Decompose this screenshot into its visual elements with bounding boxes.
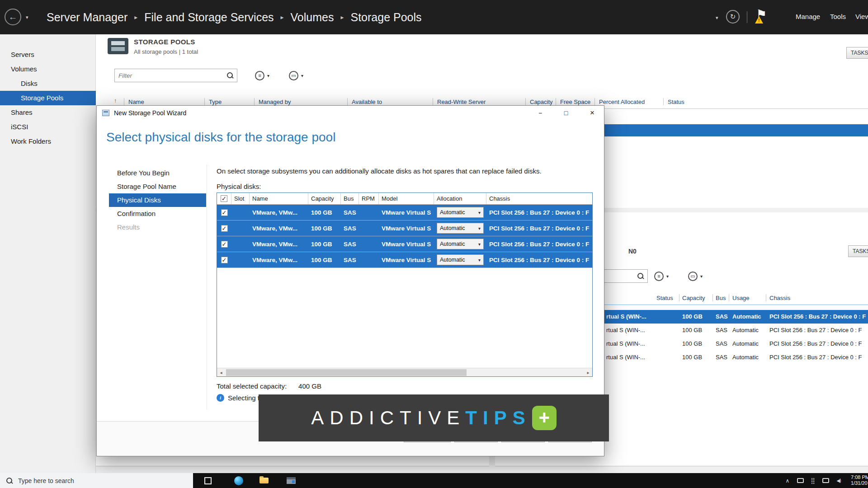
disk-capacity: 100 GB [682,324,702,337]
tray-device-icon[interactable] [795,473,806,488]
allocation-dropdown[interactable]: Automatic▾ [437,254,484,265]
sidebar-item-storage-pools[interactable]: Storage Pools [0,91,96,105]
disk-bus: SAS [716,310,728,324]
disk-bus: SAS [716,351,727,364]
disk-row[interactable]: VMware, VMw... 100 GB SAS VMware Virtual… [217,221,592,236]
col-capacity[interactable]: Capacity [308,193,341,204]
column-header-chassis[interactable]: Chassis [769,293,790,304]
disk-checkbox[interactable] [221,225,228,232]
breadcrumb-storage-pools[interactable]: Storage Pools [351,11,422,24]
save-query-dropdown[interactable]: ▭ ▾ [688,269,703,283]
list-menu-icon: ≡ [654,272,664,281]
sidebar-item-servers[interactable]: Servers [0,47,96,62]
edge-browser-button[interactable] [230,473,248,488]
chevron-up-icon: ∧ [786,478,790,484]
column-header-bus[interactable]: Bus [716,293,726,304]
tray-display-icon[interactable] [820,473,831,488]
taskbar-clock[interactable]: 7:08 PM 1/31/20 [851,474,868,486]
caret-down-icon: ▾ [478,242,481,247]
wizard-window-icon [102,110,109,116]
breadcrumb-volumes[interactable]: Volumes [291,11,334,24]
disk-bus: SAS [341,241,359,248]
menu-tools[interactable]: Tools [830,13,846,20]
disk-capacity: 100 GB [682,351,702,364]
disk-model: VMware Virtual S [379,209,434,216]
disk-row[interactable]: VMware, VMw... 100 GB SAS VMware Virtual… [217,252,592,268]
disk-usage: Automatic [732,337,759,351]
sidebar-item-disks[interactable]: Disks [0,76,96,91]
server-manager-button[interactable] [282,473,300,488]
tray-show-hidden-icons[interactable]: ∧ [782,473,793,488]
save-query-dropdown[interactable]: ▭ ▾ [289,69,303,82]
storage-pools-tasks-button[interactable]: TASKS ▾ [846,47,868,59]
menu-manage[interactable]: Manage [796,13,820,20]
sidebar-item-iscsi[interactable]: iSCSI [0,120,96,134]
wizard-nav-results: Results [109,221,206,234]
allocation-value: Automatic [440,257,465,263]
column-header-capacity[interactable]: Capacity [682,293,705,304]
col-chassis[interactable]: Chassis [486,193,592,204]
breadcrumb: Server Manager ▸ File and Storage Servic… [47,0,422,34]
disk-checkbox[interactable] [221,209,228,216]
refresh-icon[interactable]: ↻ [726,10,740,23]
column-header-usage[interactable]: Usage [732,293,750,304]
notifications-caret-icon[interactable]: ▾ [716,15,718,21]
disk-checkbox[interactable] [221,241,228,248]
clock-time: 7:08 PM [851,474,868,480]
sidebar: Servers Volumes Disks Storage Pools Shar… [0,34,96,473]
filter-criteria-dropdown[interactable]: ≡ ▾ [255,69,269,82]
column-header-status[interactable]: Status [668,97,684,108]
disk-chassis: PCI Slot 256 : Bus 27 : Device 0 : F [769,351,868,364]
disk-chassis: PCI Slot 256 : Bus 27 : Device 0 : F [769,337,868,351]
disk-row[interactable]: VMware, VMw... 100 GB SAS VMware Virtual… [217,236,592,252]
wizard-window-title: New Storage Pool Wizard [114,106,186,120]
column-header-percent-allocated[interactable]: Percent Allocated [599,97,645,108]
scrollbar-thumb[interactable] [226,369,467,376]
col-allocation[interactable]: Allocation [434,193,486,204]
col-model[interactable]: Model [379,193,434,204]
wizard-nav-before-you-begin[interactable]: Before You Begin [109,166,206,180]
sidebar-item-work-folders[interactable]: Work Folders [0,134,96,149]
filter-criteria-dropdown[interactable]: ≡ ▾ [654,269,669,283]
tray-grid-icon[interactable]: ⣿ [807,473,818,488]
wizard-nav-confirmation[interactable]: Confirmation [109,207,206,221]
sort-ascending-icon[interactable]: ↑ [114,98,117,104]
allocation-dropdown[interactable]: Automatic▾ [437,207,484,218]
col-bus[interactable]: Bus [341,193,359,204]
horizontal-scrollbar[interactable]: ◂ ▸ [217,368,592,376]
wizard-nav-physical-disks[interactable]: Physical Disks [109,193,206,207]
col-rpm[interactable]: RPM [359,193,379,204]
breadcrumb-file-storage-services[interactable]: File and Storage Services [144,11,274,24]
disk-checkbox[interactable] [221,257,228,263]
menu-view[interactable]: View [855,13,868,20]
minimize-button[interactable]: − [530,106,551,120]
scroll-left-icon[interactable]: ◂ [217,370,225,375]
filter-input[interactable] [114,69,237,82]
column-header-status[interactable]: Status [656,293,673,304]
disk-row[interactable]: VMware, VMw... 100 GB SAS VMware Virtual… [217,205,592,221]
disk-name: rtual S (WIN-... [606,310,646,324]
scroll-right-icon[interactable]: ▸ [584,370,592,375]
task-view-button[interactable] [199,473,217,488]
notification-flag-icon[interactable]: ⚑ ! [756,7,771,25]
tray-volume-icon[interactable]: ◀) [833,473,844,488]
back-arrow-icon[interactable]: ← [5,9,21,25]
physical-disks-tasks-button[interactable]: TASKS ▾ [848,245,868,257]
file-explorer-button[interactable] [255,473,273,488]
back-history-caret-icon[interactable]: ▾ [26,14,28,20]
taskbar-search[interactable]: Type here to search [0,473,193,488]
wizard-nav-storage-pool-name[interactable]: Storage Pool Name [109,180,206,193]
sidebar-item-volumes[interactable]: Volumes [0,62,96,76]
tablet-icon [797,478,804,483]
select-all-checkbox[interactable] [221,195,227,202]
maximize-button[interactable]: □ [556,106,576,120]
col-name[interactable]: Name [250,193,308,204]
col-slot[interactable]: Slot [231,193,250,204]
disk-bus: SAS [716,324,727,337]
close-button[interactable]: × [582,106,603,120]
sidebar-item-shares[interactable]: Shares [0,105,96,120]
allocation-dropdown[interactable]: Automatic▾ [437,239,484,249]
breadcrumb-server-manager[interactable]: Server Manager [47,11,127,24]
allocation-dropdown[interactable]: Automatic▾ [437,223,484,234]
disk-model: VMware Virtual S [379,241,434,248]
